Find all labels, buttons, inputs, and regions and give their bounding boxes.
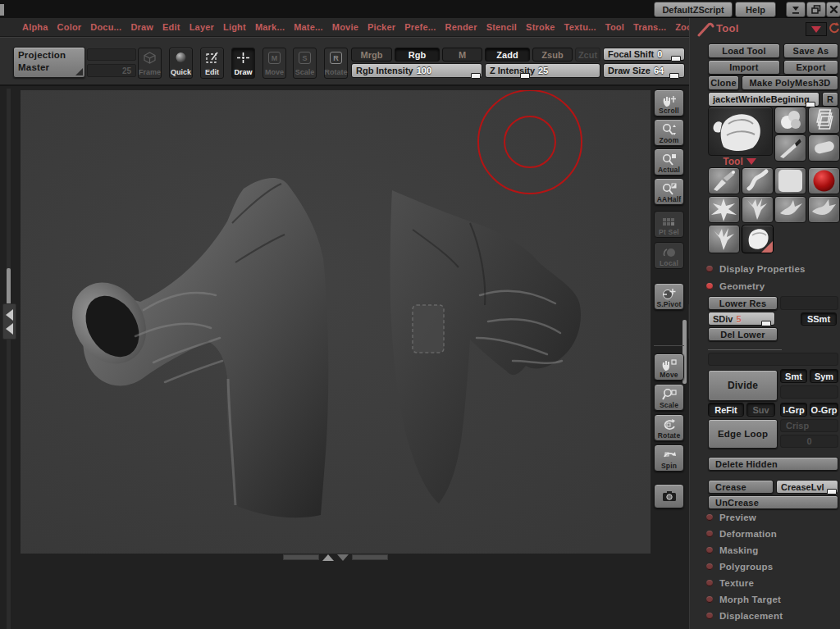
canvas-scale-button[interactable]: Scale	[654, 384, 684, 411]
section-masking[interactable]: Masking	[706, 545, 758, 555]
thumb-spheres-cluster[interactable]	[774, 107, 806, 134]
move-button[interactable]: M Move	[262, 48, 286, 79]
section-polygroups[interactable]: Polygroups	[706, 562, 773, 572]
thumb-spray-brush[interactable]	[708, 167, 740, 194]
section-displacement[interactable]: Displacement	[706, 611, 783, 621]
crease-button[interactable]: Crease	[708, 480, 774, 494]
canvas-move-button[interactable]: Move	[654, 353, 684, 381]
menu-transform[interactable]: Trans...	[633, 22, 666, 32]
divide-button[interactable]: Divide	[708, 370, 778, 401]
delete-hidden-button[interactable]: Delete Hidden	[708, 457, 838, 471]
document-canvas[interactable]	[21, 90, 651, 554]
menu-preferences[interactable]: Prefe...	[404, 22, 436, 32]
ssmt-toggle[interactable]: SSmt	[801, 312, 837, 326]
rotate-button[interactable]: R Rotate	[324, 48, 348, 79]
crease-lvl-slider[interactable]: CreaseLvl	[776, 480, 838, 494]
thumb-knife-blade[interactable]	[774, 134, 806, 162]
menu-movie[interactable]: Movie	[332, 22, 358, 32]
menu-texture[interactable]: Textu...	[564, 22, 596, 32]
edge-loop-button[interactable]: Edge Loop	[708, 419, 778, 449]
igrp-toggle[interactable]: I-Grp	[780, 403, 807, 417]
current-tool-thumbnail[interactable]	[708, 107, 773, 156]
focal-shift-slider[interactable]: Focal Shift0	[603, 48, 685, 61]
thumb-selected-jacket[interactable]	[742, 225, 774, 253]
menu-edit[interactable]: Edit	[162, 22, 180, 32]
z-intensity-slider[interactable]: Z Intensity25	[485, 63, 600, 78]
import-button[interactable]: Import	[708, 60, 780, 75]
rename-r-button[interactable]: R	[822, 92, 838, 107]
actual-button[interactable]: Actual	[654, 148, 684, 175]
menu-render[interactable]: Render	[445, 22, 477, 32]
menu-stencil[interactable]: Stencil	[486, 22, 517, 32]
spin-button[interactable]: Spin	[654, 444, 684, 472]
restore-icon[interactable]	[806, 2, 826, 17]
local-button[interactable]: Local	[654, 242, 684, 269]
restore-config-icon[interactable]	[828, 21, 840, 34]
tool-flyout-label[interactable]: Tool	[708, 156, 771, 167]
scroll-button[interactable]: Scroll	[654, 89, 684, 116]
menu-color[interactable]: Color	[57, 22, 82, 32]
section-texture[interactable]: Texture	[706, 578, 754, 588]
s-pivot-button[interactable]: S.Pivot	[654, 283, 684, 310]
aahalf-button[interactable]: AAHalf	[654, 178, 684, 205]
thumb-curve-stroke[interactable]	[742, 167, 774, 194]
frame-button[interactable]: Frame	[138, 48, 162, 79]
thumb-star[interactable]	[708, 196, 740, 223]
menu-draw[interactable]: Draw	[130, 22, 153, 32]
thumb-hand-splay-a[interactable]	[742, 196, 774, 223]
sdiv-slider[interactable]: SDiv5	[708, 312, 775, 326]
refit-button[interactable]: ReFit	[708, 403, 744, 417]
draw-button[interactable]: Draw	[231, 48, 255, 79]
section-preview[interactable]: Preview	[706, 513, 756, 522]
section-deformation[interactable]: Deformation	[706, 529, 777, 539]
thumb-creature-b[interactable]	[808, 196, 840, 223]
bottom-tray-handle[interactable]	[283, 554, 388, 561]
menu-light[interactable]: Light	[223, 22, 246, 32]
tool-name-field[interactable]: jacketWrinkleBegining	[708, 92, 819, 107]
sym-toggle[interactable]: Sym	[810, 369, 838, 383]
zcut-toggle[interactable]: Zcut	[575, 48, 600, 62]
thumb-white-cube[interactable]	[774, 167, 806, 194]
thumb-layer-stack[interactable]	[808, 107, 840, 134]
zoom-button[interactable]: Zoom	[654, 119, 684, 146]
default-zscript-button[interactable]: DefaultZScript	[654, 2, 733, 17]
left-scroll-track[interactable]	[7, 89, 11, 629]
thumb-capsule[interactable]	[808, 134, 840, 162]
section-morph-target[interactable]: Morph Target	[706, 595, 781, 604]
edit-button[interactable]: Edit	[200, 48, 224, 79]
menu-tool[interactable]: Tool	[605, 22, 624, 32]
zsub-toggle[interactable]: Zsub	[532, 48, 573, 62]
palette-menu-button[interactable]	[806, 22, 827, 36]
menu-material[interactable]: Mate...	[294, 22, 323, 32]
clone-button[interactable]: Clone	[708, 75, 739, 90]
mrgb-toggle[interactable]: Mrgb	[351, 48, 392, 62]
draw-size-slider[interactable]: Draw Size64	[603, 63, 685, 78]
zadd-toggle[interactable]: Zadd	[485, 48, 530, 62]
thumb-red-sphere[interactable]	[808, 167, 840, 194]
ogrp-toggle[interactable]: O-Grp	[810, 403, 838, 417]
thumb-creature-a[interactable]	[774, 196, 806, 223]
scale-button[interactable]: S Scale	[293, 48, 317, 79]
section-display-properties[interactable]: Display Properties	[706, 264, 806, 274]
m-toggle[interactable]: M	[442, 48, 482, 62]
left-tray-handle[interactable]	[2, 303, 16, 340]
rgb-intensity-slider[interactable]: Rgb Intensity100	[351, 63, 482, 78]
uncrease-button[interactable]: UnCrease	[708, 495, 838, 509]
menu-document[interactable]: Docu...	[90, 22, 121, 32]
del-lower-button[interactable]: Del Lower	[708, 327, 778, 341]
collapse-icon[interactable]	[786, 2, 806, 17]
projection-master-button[interactable]: Projection Master	[13, 47, 85, 78]
thumb-hand-splay-b[interactable]	[708, 225, 740, 253]
menu-layer[interactable]: Layer	[189, 22, 214, 32]
save-as-button[interactable]: Save As	[783, 43, 838, 58]
snapshot-camera-button[interactable]	[654, 484, 684, 508]
load-tool-button[interactable]: Load Tool	[708, 43, 780, 58]
section-geometry[interactable]: Geometry	[706, 281, 765, 291]
help-button[interactable]: Help	[735, 2, 776, 17]
rgb-toggle[interactable]: Rgb	[395, 48, 440, 62]
menu-alpha[interactable]: Alpha	[22, 22, 48, 32]
canvas-rotate-button[interactable]: Rotate	[654, 414, 684, 441]
tool-palette-header[interactable]: Tool	[690, 18, 840, 39]
menu-stroke[interactable]: Stroke	[526, 22, 555, 32]
make-polymesh3d-button[interactable]: Make PolyMesh3D	[742, 75, 838, 90]
